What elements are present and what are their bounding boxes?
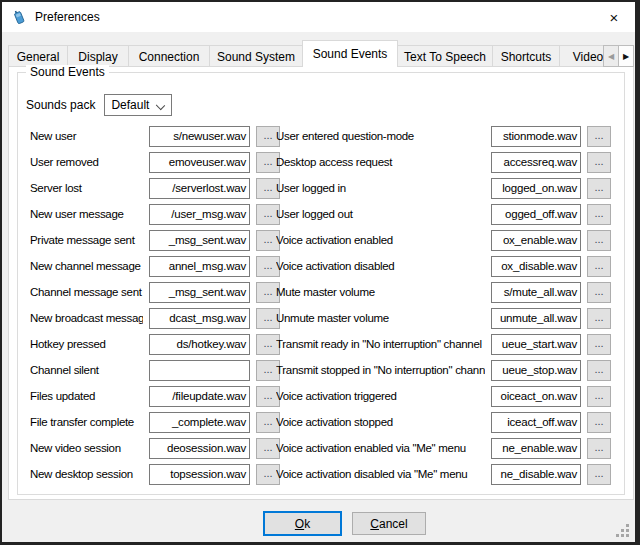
browse-button[interactable]: ... (587, 282, 611, 303)
sounds-pack-label: Sounds pack (26, 98, 95, 112)
browse-button[interactable]: ... (587, 334, 611, 355)
sound-event-label: New user (30, 130, 143, 142)
sound-file-input[interactable]: ne_disable.wav (491, 464, 581, 485)
groupbox-title: Sound Events (26, 65, 109, 79)
events-right: User entered question-mode stionmode.wav… (276, 123, 611, 487)
sound-events-groupbox: Sound Events Sounds pack Default New use… (17, 72, 625, 495)
sound-file-input[interactable]: s/mute_all.wav (491, 282, 581, 303)
tab-sound-system[interactable]: Sound System (209, 45, 303, 67)
sound-file-input[interactable]: ueue_stop.wav (491, 360, 581, 381)
sound-event-label: Files updated (30, 390, 143, 402)
browse-button[interactable]: ... (587, 412, 611, 433)
tab-text-to-speech[interactable]: Text To Speech (397, 45, 493, 67)
sound-file-input[interactable]: emoveuser.wav (149, 152, 250, 173)
sound-file-input[interactable]: oiceact_on.wav (491, 386, 581, 407)
sound-event-label: New desktop session (30, 468, 143, 480)
tab-scroll-right-icon[interactable]: ▶ (618, 45, 634, 67)
sound-file-input[interactable]: ox_disable.wav (491, 256, 581, 277)
title-bar[interactable]: Preferences × (2, 2, 635, 32)
tab-connection[interactable]: Connection (128, 45, 210, 67)
sound-event-label: Voice activation triggered (276, 390, 485, 402)
sound-event-label: Unmute master volume (276, 312, 485, 324)
browse-button[interactable]: ... (587, 438, 611, 459)
sound-event-label: User entered question-mode (276, 130, 485, 142)
browse-button[interactable]: ... (587, 178, 611, 199)
sound-file-input[interactable]: ueue_start.wav (491, 334, 581, 355)
sound-file-input[interactable]: /serverlost.wav (149, 178, 250, 199)
sound-file-input[interactable]: _complete.wav (149, 412, 250, 433)
browse-button[interactable]: ... (587, 126, 611, 147)
sound-event-label: Transmit stopped in "No interruption" ch… (276, 364, 485, 376)
browse-button[interactable]: ... (587, 230, 611, 251)
tab-scroll-left-icon[interactable]: ◀ (603, 45, 619, 67)
sound-file-input[interactable]: iceact_off.wav (491, 412, 581, 433)
sound-file-input[interactable]: ox_enable.wav (491, 230, 581, 251)
window-title: Preferences (35, 10, 100, 24)
sound-event-label: New video session (30, 442, 143, 454)
browse-button[interactable]: ... (587, 464, 611, 485)
sound-event-label: User logged in (276, 182, 485, 194)
sound-file-input[interactable] (149, 360, 250, 381)
sound-event-label: Mute master volume (276, 286, 485, 298)
sound-file-input[interactable]: s/newuser.wav (149, 126, 250, 147)
sound-event-label: Voice activation disabled via "Me" menu (276, 468, 485, 480)
tab-sound-events[interactable]: Sound Events (302, 40, 398, 67)
close-button[interactable]: × (603, 6, 625, 28)
sound-event-label: File transfer complete (30, 416, 143, 428)
ok-button[interactable]: Ok (263, 511, 342, 536)
chevron-down-icon (156, 101, 165, 110)
sound-event-label: Desktop access request (276, 156, 485, 168)
tab-page-sound-events: Sound Events Sounds pack Default New use… (8, 66, 634, 500)
browse-button[interactable]: ... (587, 256, 611, 277)
sounds-pack-select[interactable]: Default (104, 94, 172, 116)
browse-button[interactable]: ... (587, 204, 611, 225)
resize-grip[interactable] (626, 534, 629, 537)
sound-file-input[interactable]: ogged_off.wav (491, 204, 581, 225)
browse-button[interactable]: ... (587, 308, 611, 329)
sound-event-label: Channel message sent (30, 286, 143, 298)
sound-event-label: Voice activation enabled (276, 234, 485, 246)
sound-event-label: User removed (30, 156, 143, 168)
sound-event-label: New broadcast message (30, 312, 143, 324)
sound-event-label: New channel message (30, 260, 143, 272)
sound-event-label: Voice activation enabled via "Me" menu (276, 442, 485, 454)
sounds-pack-value: Default (111, 98, 149, 112)
sound-file-input[interactable]: ds/hotkey.wav (149, 334, 250, 355)
sound-event-label: New user message (30, 208, 143, 220)
sounds-pack-row: Sounds pack Default (26, 94, 172, 116)
cancel-button[interactable]: Cancel (352, 512, 426, 535)
sound-event-label: Hotkey pressed (30, 338, 143, 350)
app-icon (11, 9, 27, 25)
browse-button[interactable]: ... (587, 152, 611, 173)
sound-event-label: Channel silent (30, 364, 143, 376)
sound-file-input[interactable]: annel_msg.wav (149, 256, 250, 277)
sound-file-input[interactable]: logged_on.wav (491, 178, 581, 199)
sound-file-input[interactable]: deosession.wav (149, 438, 250, 459)
sound-event-label: Transmit ready in "No interruption" chan… (276, 338, 485, 350)
sound-file-input[interactable]: dcast_msg.wav (149, 308, 250, 329)
sound-file-input[interactable]: unmute_all.wav (491, 308, 581, 329)
sound-event-label: Private message sent (30, 234, 143, 246)
sound-file-input[interactable]: _msg_sent.wav (149, 230, 250, 251)
sound-file-input[interactable]: ne_enable.wav (491, 438, 581, 459)
sound-event-label: Voice activation disabled (276, 260, 485, 272)
sound-file-input[interactable]: /user_msg.wav (149, 204, 250, 225)
sound-file-input[interactable]: accessreq.wav (491, 152, 581, 173)
tab-display[interactable]: Display (67, 45, 129, 67)
preferences-dialog: Preferences × General Display Connection… (2, 2, 635, 542)
tab-general[interactable]: General (8, 45, 68, 67)
sound-file-input[interactable]: stionmode.wav (491, 126, 581, 147)
tab-shortcuts[interactable]: Shortcuts (492, 45, 560, 67)
browse-button[interactable]: ... (587, 360, 611, 381)
tab-scroll-buttons: ◀ ▶ (604, 45, 634, 67)
browse-button[interactable]: ... (587, 386, 611, 407)
sound-event-label: Voice activation stopped (276, 416, 485, 428)
sound-event-label: Server lost (30, 182, 143, 194)
sound-file-input[interactable]: topsession.wav (149, 464, 250, 485)
events-left: New user s/newuser.wav ... User removed … (30, 123, 280, 487)
tab-bar: General Display Connection Sound System … (8, 40, 634, 67)
sound-event-label: User logged out (276, 208, 485, 220)
sound-file-input[interactable]: _msg_sent.wav (149, 282, 250, 303)
sound-file-input[interactable]: /fileupdate.wav (149, 386, 250, 407)
